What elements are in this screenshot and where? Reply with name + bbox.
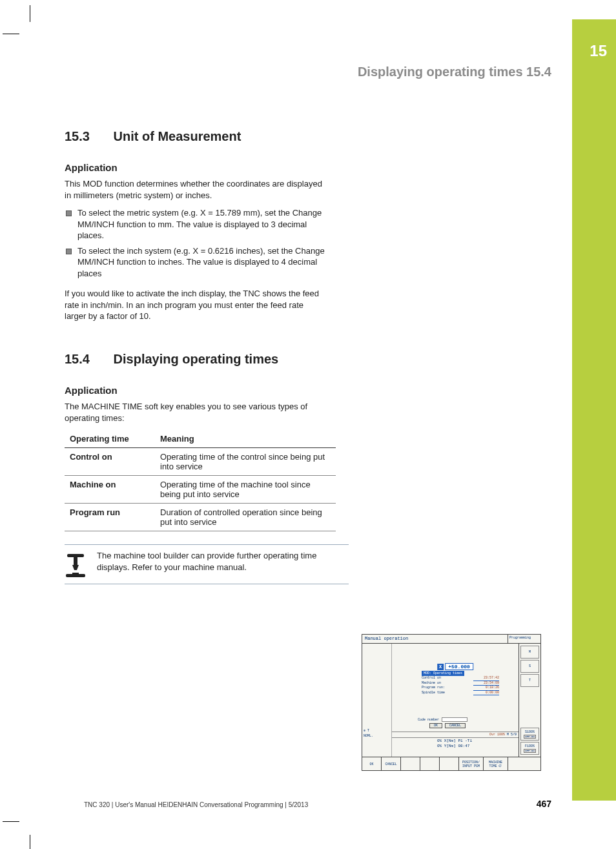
mod-row-value: 23:57:42 bbox=[473, 676, 499, 681]
section-number: 15.3 bbox=[65, 129, 110, 144]
right-panel-item[interactable]: S100%OFF ON bbox=[520, 728, 539, 741]
chapter-tab bbox=[572, 19, 616, 801]
application-subheading: Application bbox=[65, 162, 542, 173]
crop-mark bbox=[3, 34, 19, 34]
paragraph: The MACHINE TIME soft key enables you to… bbox=[65, 401, 323, 424]
softkey-empty[interactable] bbox=[420, 757, 440, 771]
softkey-cancel[interactable]: CANCEL bbox=[382, 757, 401, 771]
mod-row-label: Machine on bbox=[422, 681, 441, 686]
section-15-3-heading: 15.3 Unit of Measurement bbox=[65, 129, 542, 144]
softkey-position-input-pgm[interactable]: POSITION/ INPUT PGM bbox=[459, 757, 484, 771]
table-header: Meaning bbox=[155, 430, 336, 448]
section-number: 15.4 bbox=[65, 352, 110, 367]
list-item: To select the metric system (e.g. X = 15… bbox=[65, 207, 336, 241]
mod-row-label: Program run: bbox=[422, 686, 445, 691]
code-number-input[interactable] bbox=[442, 717, 467, 722]
screenshot-title-left: Manual operation bbox=[362, 635, 508, 644]
ok-button[interactable]: OK bbox=[429, 723, 442, 728]
x-axis-icon: X bbox=[437, 664, 444, 670]
crop-mark bbox=[30, 5, 30, 22]
machine-manual-note: The machine tool builder can provide fur… bbox=[65, 544, 349, 584]
chapter-number: 15 bbox=[575, 42, 607, 60]
table-cell-label: Machine on bbox=[65, 476, 155, 504]
right-panel-item[interactable]: M bbox=[520, 646, 539, 659]
paragraph: If you would like to activate the inch d… bbox=[65, 288, 323, 322]
crop-mark bbox=[30, 835, 30, 849]
mod-row-label: Control on bbox=[422, 676, 441, 681]
right-panel-item[interactable]: F100%OFF ON bbox=[520, 742, 539, 755]
mod-row-label: Spindle time bbox=[422, 691, 445, 696]
svg-marker-2 bbox=[72, 565, 79, 570]
svg-rect-0 bbox=[67, 554, 84, 557]
x-axis-value: +50.000 bbox=[445, 663, 473, 670]
cancel-button[interactable]: CANCEL bbox=[445, 723, 466, 728]
tnc-screenshot-figure: Manual operation Programming ⊕ T NOML. X… bbox=[362, 634, 541, 771]
screenshot-left-panel-top: ⊕ T bbox=[364, 729, 373, 734]
operating-times-table: Operating time Meaning Control on Operat… bbox=[65, 430, 336, 531]
svg-rect-1 bbox=[74, 557, 77, 565]
page-number: 467 bbox=[537, 799, 551, 809]
paragraph: This MOD function determines whether the… bbox=[65, 178, 323, 201]
softkey-ok[interactable]: OK bbox=[362, 757, 382, 771]
section-title: Displaying operating times bbox=[114, 352, 279, 366]
svg-rect-4 bbox=[72, 573, 79, 575]
table-row: Control on Operating time of the control… bbox=[65, 448, 336, 476]
crop-mark bbox=[3, 821, 19, 822]
application-subheading: Application bbox=[65, 385, 349, 396]
table-cell-label: Program run bbox=[65, 504, 155, 531]
table-header: Operating time bbox=[65, 430, 155, 448]
running-head: Displaying operating times 15.4 bbox=[358, 65, 551, 79]
softkey-machine-time[interactable]: MACHINE TIME ⏱ bbox=[484, 757, 508, 771]
list-item: To select the inch system (e.g. X = 0.62… bbox=[65, 245, 336, 280]
softkey-empty[interactable] bbox=[401, 757, 420, 771]
footer-text: TNC 320 | User's Manual HEIDENHAIN Conve… bbox=[84, 801, 308, 808]
mod-box-title: MOD: Operating times bbox=[422, 671, 464, 676]
override-status: Ovr 100% bbox=[489, 733, 505, 737]
right-panel-item[interactable]: S bbox=[520, 660, 539, 673]
section-title: Unit of Measurement bbox=[114, 129, 241, 143]
mod-row-value: 0:18:26 bbox=[473, 686, 499, 691]
note-text: The machine tool builder can provide fur… bbox=[97, 550, 349, 573]
screenshot-left-panel-bottom: NOML. bbox=[364, 734, 373, 739]
table-cell-meaning: Operating time of the machine tool since… bbox=[155, 476, 336, 504]
right-panel-item[interactable]: T bbox=[520, 674, 539, 687]
table-cell-label: Control on bbox=[65, 448, 155, 476]
table-cell-meaning: Duration of controlled operation since b… bbox=[155, 504, 336, 531]
mod-row-value: 23:54:09 bbox=[473, 681, 499, 686]
table-row: Program run Duration of controlled opera… bbox=[65, 504, 336, 531]
code-number-label: Code number bbox=[418, 718, 439, 722]
softkey-empty[interactable] bbox=[508, 757, 540, 771]
machine-tool-icon bbox=[65, 550, 87, 578]
screenshot-title-right: Programming bbox=[508, 635, 540, 644]
softkey-empty[interactable] bbox=[440, 757, 459, 771]
mod-row-value: 0:00:00 bbox=[473, 691, 499, 696]
table-cell-meaning: Operating time of the control since bein… bbox=[155, 448, 336, 476]
coord-row: 0% X[Nm] P1 -T1 bbox=[437, 739, 472, 744]
m-status: M 5/9 bbox=[507, 733, 517, 737]
coord-row: 0% Y[Nm] 08:47 bbox=[437, 744, 472, 749]
table-row: Machine on Operating time of the machine… bbox=[65, 476, 336, 504]
section-15-4-heading: 15.4 Displaying operating times bbox=[65, 352, 542, 367]
